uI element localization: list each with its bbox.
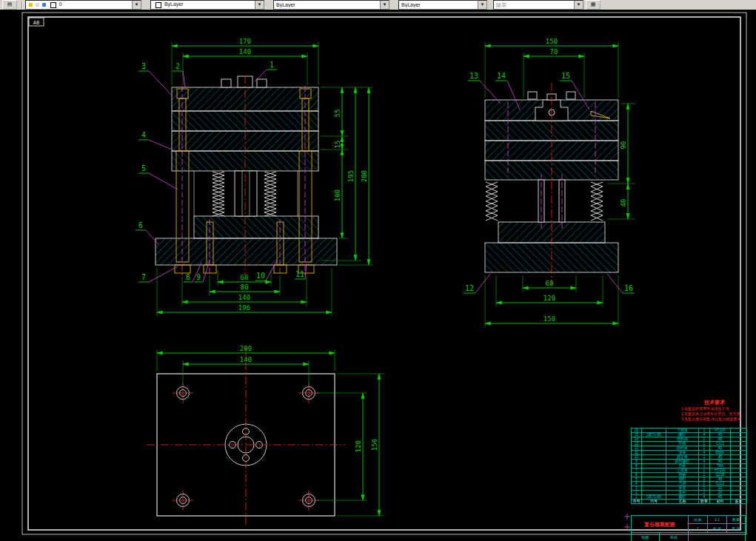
parts-list-header: 序号 代号 名称 数量 材料 备注 [632,500,747,504]
titleblock-scale-value: 1:1 [708,516,727,524]
linetype-combo-dropdown[interactable]: ▼ [380,1,389,9]
toolbar-extra-button[interactable]: ▦ [586,0,601,10]
balloon-11: 11 [295,270,304,278]
parts-list-rows: 16 下模座 1 HT200 15 GB70-85 螺钉 4 45 14 挡料销 [632,429,747,500]
dim-side-60: 60 [546,280,554,287]
bom-header-material: 材料 [710,500,731,504]
toolbar-separator [21,1,23,9]
dim-plan-150: 150 [371,439,378,451]
bom-header-no: 序号 [632,500,642,504]
note-line: 1.装配前所有零件须清洗干净; [681,406,748,411]
plotstyle-value: 随层 [494,1,574,9]
color-chip [155,2,161,8]
notes-title: 技术要求 [681,399,748,406]
bom-header-qty: 数量 [699,500,710,504]
title-block: 复合模装配图 制图 审核 比例 1:1 数量 1 共 张 第 张 [631,515,746,541]
technical-notes: 技术要求 1.装配前所有零件须清洗干净; 2.装配后各运动零件应灵活、无卡滞; … [681,399,748,422]
layer-combo[interactable]: 0 ▼ [25,0,141,10]
balloon-10: 10 [256,272,265,280]
balloon-4: 4 [141,131,146,139]
dim-front-140-bottom: 140 [238,294,250,301]
dim-side-90: 90 [620,141,627,149]
layer-combo-dropdown[interactable]: ▼ [132,1,141,9]
layer-freeze-icon [36,3,39,7]
lineweight-combo-dropdown[interactable]: ▼ [478,1,486,9]
lineweight-combo[interactable]: ByLayer ▼ [398,0,487,10]
dim-plan-140: 140 [240,356,252,363]
color-value: ByLayer [164,1,184,7]
plotstyle-combo-dropdown: ▼ [574,1,583,9]
dim-front-15: 15 [334,141,341,149]
balloon-7: 7 [141,273,146,281]
balloon-13: 13 [469,72,478,80]
dim-front-140-top: 140 [239,48,251,56]
dim-plan-200: 200 [240,345,252,352]
balloon-9: 9 [196,273,201,281]
balloon-12: 12 [465,284,474,292]
balloon-1: 1 [270,61,274,69]
layers-dialog-button[interactable]: ▤ [2,0,17,10]
plotstyle-combo: 随层 ▼ [493,0,583,10]
balloon-5: 5 [141,164,146,172]
dim-side-150-bottom: 150 [543,315,555,323]
titleblock-draw-label: 制图 [632,533,660,541]
titleblock-sheets: 共 张 [708,524,727,533]
dim-side-40: 40 [620,199,627,207]
titleblock-qty-value: 1 [689,524,708,533]
lineweight-value: ByLayer [399,2,478,7]
dim-front-60: 60 [241,274,249,281]
titleblock-page: 第 张 [727,524,745,533]
balloon-14: 14 [497,72,506,80]
sheet-size-label: A0 [33,20,39,26]
dim-side-150-top: 150 [546,38,558,45]
color-combo-dropdown[interactable]: ▼ [255,1,264,9]
dim-front-170: 170 [239,38,251,45]
dim-side-70: 70 [550,48,558,56]
layer-lock-icon [42,3,46,7]
layer-value: 0 [59,1,62,7]
linetype-combo[interactable]: ByLayer ▼ [273,0,389,10]
color-combo[interactable]: ByLayer ▼ [150,0,264,10]
balloon-6: 6 [138,221,143,229]
dim-side-120: 120 [543,295,555,302]
view-side-section [485,83,618,285]
view-plan-dimensions: 200 140 120 150 [157,345,384,516]
balloon-15: 15 [561,72,570,80]
balloon-8: 8 [186,273,190,281]
note-line: 3.各配合面应研配,保证配合精度要求。 [681,417,748,422]
titleblock-check-label: 审核 [660,533,689,541]
linetype-value: ByLayer [274,2,380,7]
balloon-16: 16 [624,284,633,292]
dim-front-100: 100 [334,189,341,201]
dim-front-200: 200 [361,170,368,182]
bom-header-name: 名称 [666,500,699,504]
object-properties-toolbar: ▤ 0 ▼ ByLayer ▼ ByLayer ▼ ByLayer ▼ 随层 ▼… [0,0,756,10]
balloon-3: 3 [141,62,146,70]
dim-front-196: 196 [238,304,250,312]
dim-front-195: 195 [347,170,355,182]
layer-on-icon [29,3,33,7]
parts-list-table: 16 下模座 1 HT200 15 GB70-85 螺钉 4 45 14 挡料销 [631,428,747,504]
dim-front-80: 80 [241,283,249,291]
bom-header-remark: 备注 [731,500,747,504]
view-plan [147,348,345,527]
model-space-canvas[interactable]: A0 170 140 55 15 [0,10,756,541]
titleblock-scale-label: 比例 [689,516,708,524]
drawing-title: 复合模装配图 [632,516,689,533]
dim-front-55: 55 [334,110,341,118]
balloon-2: 2 [175,62,180,70]
title-block-marks [624,514,630,530]
note-line: 2.装配后各运动零件应灵活、无卡滞; [681,411,748,417]
dim-plan-120: 120 [355,440,362,452]
titleblock-qty-label: 数量 [727,516,745,524]
bom-header-code: 代号 [642,500,666,504]
layer-color-chip [50,2,56,8]
view-front-section [155,75,337,275]
